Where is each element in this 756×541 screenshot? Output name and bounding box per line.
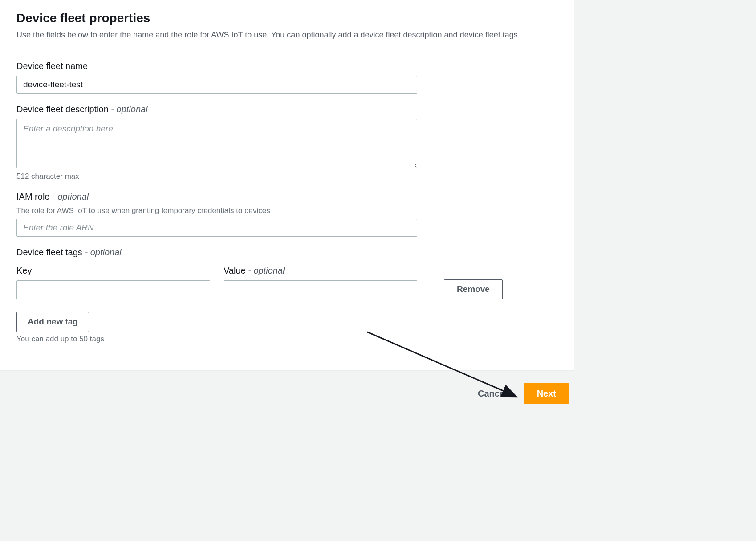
hint-tag-limit: You can add up to 50 tags: [16, 335, 558, 344]
label-tag-key: Key: [16, 266, 210, 276]
input-device-fleet-name[interactable]: [16, 76, 417, 94]
field-group-tags: Device fleet tagsoptional Key Valueoptio…: [16, 247, 558, 344]
optional-marker: optional: [246, 266, 285, 275]
field-group-description: Device fleet descriptionoptional 512 cha…: [16, 104, 558, 181]
input-tag-key[interactable]: [16, 280, 210, 299]
hint-description-max: 512 character max: [16, 172, 558, 181]
next-button[interactable]: Next: [524, 383, 569, 404]
optional-marker: optional: [109, 104, 148, 114]
panel-body: Device fleet name Device fleet descripti…: [0, 50, 574, 370]
optional-marker: optional: [49, 192, 89, 201]
input-tag-value[interactable]: [224, 280, 417, 299]
label-iam-role: IAM roleoptional: [16, 192, 558, 202]
field-group-iam-role: IAM roleoptional The role for AWS IoT to…: [16, 192, 558, 237]
add-tag-button[interactable]: Add new tag: [16, 312, 89, 332]
label-device-fleet-description: Device fleet descriptionoptional: [16, 104, 558, 115]
remove-tag-button[interactable]: Remove: [444, 279, 503, 299]
input-iam-role[interactable]: [16, 219, 417, 237]
label-text-tag-value: Value: [224, 266, 246, 275]
panel-title: Device fleet properties: [16, 11, 558, 25]
device-fleet-panel: Device fleet properties Use the fields b…: [0, 0, 574, 371]
hint-iam-role: The role for AWS IoT to use when grantin…: [16, 206, 558, 215]
label-device-fleet-tags: Device fleet tagsoptional: [16, 247, 558, 258]
label-tag-value: Valueoptional: [224, 266, 417, 276]
cancel-button[interactable]: Cancel: [469, 384, 516, 403]
footer-actions: Cancel Next: [0, 371, 574, 409]
panel-header: Device fleet properties Use the fields b…: [0, 0, 574, 50]
label-text-iam-role: IAM role: [16, 192, 49, 201]
tags-col-value: Valueoptional: [224, 266, 417, 299]
field-group-name: Device fleet name: [16, 61, 558, 94]
tags-row: Key Valueoptional Remove: [16, 266, 558, 299]
panel-subtitle: Use the fields below to enter the name a…: [16, 29, 558, 41]
tags-col-key: Key: [16, 266, 210, 299]
optional-marker: optional: [82, 247, 122, 257]
label-text-description: Device fleet description: [16, 104, 109, 114]
textarea-device-fleet-description[interactable]: [16, 119, 417, 168]
label-device-fleet-name: Device fleet name: [16, 61, 558, 71]
label-text-tags: Device fleet tags: [16, 247, 82, 257]
